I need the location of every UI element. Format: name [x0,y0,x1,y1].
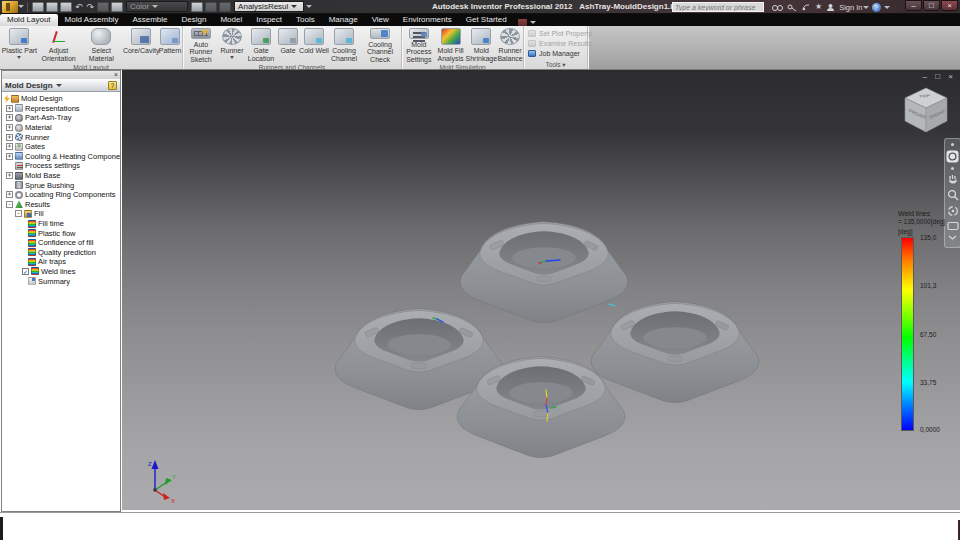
panel-close-icon[interactable]: × [114,71,118,78]
chevron-down-icon[interactable] [884,6,890,9]
cold-well-button[interactable]: Cold Well [299,27,329,63]
chevron-down-icon[interactable] [948,235,957,240]
adjust-orientation-button[interactable]: Adjust Orientation [39,27,79,63]
mold-process-settings-button[interactable]: Mold Process Settings [402,27,436,63]
tab-mold-layout[interactable]: Mold Layout [0,14,58,26]
viewcube[interactable]: TOP FRONT RIGHT [903,85,951,137]
navbar-handle[interactable] [951,143,954,146]
tree-item-representations[interactable]: + Representations [2,104,120,114]
tree-item-locating-ring[interactable]: + Locating Ring Components [2,190,120,200]
render-icon[interactable] [518,19,527,26]
help-icon[interactable]: ? [872,3,881,12]
open-file-icon[interactable] [46,2,58,12]
navigation-wheel-icon[interactable] [946,150,959,163]
tab-manage[interactable]: Manage [322,14,365,26]
cooling-channel-button[interactable]: Cooling Channel [329,27,359,63]
chevron-down-icon[interactable] [230,56,234,59]
tab-model[interactable]: Model [213,14,249,26]
tab-assemble[interactable]: Assemble [125,14,174,26]
gate-button[interactable]: Gate [277,27,299,63]
expander-icon[interactable]: + [6,191,13,198]
gate-location-button[interactable]: Gate Location [245,27,277,63]
group-label[interactable]: Tools ▾ [524,60,587,69]
ribbon-minimize-caret-icon[interactable] [530,21,536,24]
color-dropdown[interactable]: Color [126,1,188,12]
pan-hand-icon[interactable] [947,174,959,185]
pattern-button[interactable]: Pattern [158,27,182,63]
tree-item-gates[interactable]: + Gates [2,142,120,152]
expander-icon[interactable]: + [6,153,13,160]
subscription-key-icon[interactable] [787,3,797,12]
mold-fill-analysis-button[interactable]: Mold Fill Analysis [436,27,466,63]
tab-inspect[interactable]: Inspect [249,14,289,26]
tree-item-results[interactable]: - Results [2,200,120,210]
tree-item-material[interactable]: + Material [2,123,120,133]
tab-mold-assembly[interactable]: Mold Assembly [58,14,126,26]
tree-item-confidence-of-fill[interactable]: Confidence of fill [2,238,120,248]
tab-get-started[interactable]: Get Started [459,14,514,26]
tree-item-sprue-bushing[interactable]: Sprue Bushing [2,180,120,190]
sign-in-person-icon[interactable] [826,3,835,12]
search-binoculars-icon[interactable] [772,3,783,12]
runner-button[interactable]: Runner [219,27,245,63]
job-manager-button[interactable]: Job Manager [528,48,580,58]
minimize-button[interactable]: – [905,0,922,11]
navigation-bar[interactable] [944,138,960,248]
weld-lines-checkbox[interactable]: ✓ [22,268,29,275]
tree-item-process-settings[interactable]: Process settings [2,161,120,171]
favorites-star-icon[interactable]: ★ [815,2,822,12]
chevron-down-icon[interactable] [56,84,62,87]
chevron-down-icon[interactable] [863,6,869,9]
tree-item-quality-prediction[interactable]: Quality prediction [2,248,120,258]
runner-balance-button[interactable]: Runner Balance [497,27,523,63]
viewcube-top-face[interactable]: TOP [919,94,930,98]
tree-item-fill-time[interactable]: Fill time [2,219,120,229]
expander-icon[interactable]: + [6,114,13,121]
tree-item-air-traps[interactable]: Air traps [2,257,120,267]
expander-icon[interactable]: - [6,201,13,208]
restore-button[interactable]: □ [923,0,940,11]
expander-icon[interactable]: + [6,143,13,150]
ashtray-top[interactable] [460,222,628,323]
communication-center-icon[interactable] [801,3,811,12]
browser-header[interactable]: Mold Design ? [2,79,120,92]
expander-icon[interactable]: - [15,210,22,217]
redo-icon[interactable]: ↷ [87,2,95,12]
tree-item-runner[interactable]: + Runner [2,132,120,142]
model-scene[interactable]: Z Y X [122,70,960,510]
parameters-fx-icon[interactable] [191,2,203,12]
update-icon[interactable] [111,2,123,12]
expander-icon[interactable]: + [6,172,13,179]
close-button[interactable]: × [941,0,958,11]
document-window-controls[interactable]: – □ × [923,72,956,81]
new-file-icon[interactable] [32,2,44,12]
mold-shrinkage-button[interactable]: Mold Shrinkage [465,27,497,63]
core-cavity-button[interactable]: Core/Cavity [124,27,158,63]
chevron-down-icon[interactable] [17,56,21,59]
sign-in-label[interactable]: Sign In [839,3,862,12]
expander-icon[interactable]: + [6,134,13,141]
search-input[interactable] [672,2,764,12]
tab-view[interactable]: View [365,14,396,26]
cooling-channel-check-button[interactable]: Cooling Channel Check [359,27,401,63]
tree-item-part-ash-tray[interactable]: + Part-Ash-Tray [2,113,120,123]
tree-item-mold-base[interactable]: + Mold Base [2,171,120,181]
expander-icon[interactable]: + [6,124,13,131]
tab-design[interactable]: Design [175,14,214,26]
plastic-part-button[interactable]: Plastic Part [0,27,39,63]
ashtray-right[interactable] [591,302,759,403]
zoom-icon[interactable] [947,189,959,201]
tree-item-weld-lines[interactable]: ✓ Weld lines [2,267,120,277]
tree-item-summary[interactable]: Summary [2,276,120,286]
undo-icon[interactable]: ↶ [75,2,83,12]
tree-item-fill[interactable]: - Fill [2,209,120,219]
app-menu-caret-icon[interactable] [18,5,24,8]
qat-customize-caret-icon[interactable] [306,5,312,8]
browser-help-icon[interactable]: ? [108,81,117,90]
tab-environments[interactable]: Environments [396,14,459,26]
tree-item-mold-design[interactable]: Mold Design [2,94,120,104]
tree-item-plastic-flow[interactable]: Plastic flow [2,228,120,238]
graphics-viewport[interactable]: Z Y X – □ × TOP FRONT RIGHT [122,70,960,510]
chevron-down-icon[interactable] [152,5,158,8]
chevron-down-icon[interactable] [291,5,297,8]
